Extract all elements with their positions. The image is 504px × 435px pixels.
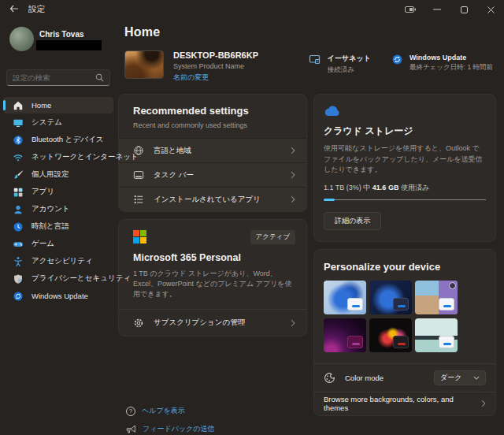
ethernet-substatus: 接続済み — [328, 65, 371, 75]
rename-device-link[interactable]: 名前の変更 — [173, 72, 258, 83]
setting-row-language-region[interactable]: 言語と地域 — [119, 138, 306, 162]
sidebar-item-privacy-security[interactable]: プライバシーとセキュリティ — [3, 270, 113, 287]
back-button[interactable] — [8, 4, 20, 15]
ethernet-status[interactable]: イーサネット 接続済み — [309, 54, 371, 75]
maximize-icon — [461, 6, 468, 13]
theme-badge-icon — [449, 282, 456, 289]
page-title: Home — [124, 25, 496, 39]
sidebar-item-label: ネットワークとインターネット — [32, 152, 139, 162]
get-help-link[interactable]: ? ヘルプを表示 — [126, 406, 307, 416]
color-mode-icon — [324, 372, 335, 384]
system-icon — [12, 117, 24, 128]
gear-icon — [133, 318, 144, 329]
get-help-label: ヘルプを表示 — [142, 406, 185, 416]
manage-subscription-row[interactable]: サブスクリプションの管理 — [119, 309, 306, 336]
setting-row-label: 言語と地域 — [154, 146, 281, 156]
home-icon — [12, 99, 24, 111]
minimize-button[interactable] — [424, 0, 450, 19]
gaming-icon — [12, 238, 24, 250]
chevron-right-icon — [481, 400, 486, 407]
footer-links: ? ヘルプを表示 フィードバックの送信 — [126, 406, 307, 434]
sidebar: Chris Tovas Home システム Bluetooth とデバ — [0, 19, 117, 435]
windows-update-substatus: 最終チェック日時: 1 時間前 — [410, 63, 493, 72]
cloud-storage-title: クラウド ストレージ — [324, 125, 486, 138]
setting-row-label: タスク バー — [154, 170, 281, 180]
bluetooth-icon — [12, 134, 24, 146]
color-mode-label: Color mode — [345, 374, 424, 382]
setting-row-label: インストールされているアプリ — [154, 195, 281, 205]
send-feedback-label: フィードバックの送信 — [143, 424, 214, 434]
recommended-settings-card: Recommended settings Recent and commonly… — [118, 94, 307, 212]
cloud-icon — [324, 104, 341, 117]
theme-thumbnail-bloom-dark[interactable] — [369, 281, 412, 314]
m365-title: Microsoft 365 Personal — [119, 244, 306, 263]
privacy-shield-icon — [12, 273, 24, 284]
browse-themes-row[interactable]: Browse more backgrounds, colors, and the… — [314, 392, 495, 415]
sidebar-item-label: Bluetooth とデバイス — [32, 135, 103, 145]
maximize-button[interactable] — [450, 0, 477, 19]
main-content: Home DESKTOP-BB6R6KP System Product Name… — [117, 19, 504, 435]
theme-thumbnail-bloom-light[interactable] — [324, 281, 366, 314]
sidebar-item-label: 個人用設定 — [32, 169, 69, 180]
device-card: DESKTOP-BB6R6KP System Product Name 名前の変… — [124, 50, 258, 83]
sidebar-item-label: Home — [32, 101, 51, 110]
apps-icon — [12, 186, 24, 198]
help-icon: ? — [126, 407, 135, 416]
recommended-subtitle: Recent and commonly used settings — [133, 121, 292, 129]
theme-thumbnail-photo[interactable] — [415, 281, 458, 314]
taskbar-icon — [133, 169, 144, 180]
theme-thumbnail-landscape-light[interactable] — [415, 318, 458, 352]
color-mode-value: ダーク — [440, 373, 469, 383]
close-icon — [487, 6, 495, 13]
theme-thumbnail-glow-purple[interactable] — [324, 318, 366, 352]
sidebar-item-accessibility[interactable]: アクセシビリティ — [3, 253, 113, 270]
sidebar-item-windows-update[interactable]: Windows Update — [3, 288, 113, 304]
search-input[interactable] — [13, 73, 95, 82]
windows-update-icon — [391, 54, 403, 65]
user-profile[interactable]: Chris Tovas — [6, 27, 112, 58]
sidebar-item-label: アカウント — [32, 204, 70, 214]
setting-row-installed-apps[interactable]: インストールされているアプリ — [119, 187, 306, 211]
device-header: DESKTOP-BB6R6KP System Product Name 名前の変… — [124, 50, 496, 83]
sidebar-item-time-language[interactable]: 時刻と言語 — [3, 218, 113, 235]
avatar — [9, 27, 34, 51]
m365-description: 1 TB のクラウド ストレージがあり、Word、Excel、PowerPoin… — [119, 263, 306, 309]
settings-window: 設定 Chris Tovas — [0, 0, 504, 435]
sidebar-item-apps[interactable]: アプリ — [3, 184, 113, 200]
sidebar-item-personalization[interactable]: 個人用設定 — [3, 166, 113, 183]
setting-row-taskbar[interactable]: タスク バー — [119, 162, 306, 187]
cloud-storage-card: クラウド ストレージ 使用可能なストレージを使用すると、Outlook でファイ… — [313, 94, 496, 242]
sidebar-item-label: プライバシーとセキュリティ — [32, 273, 131, 284]
send-feedback-link[interactable]: フィードバックの送信 — [126, 424, 307, 434]
manage-subscription-label: サブスクリプションの管理 — [154, 318, 281, 328]
feedback-megaphone-icon — [126, 425, 136, 434]
chevron-right-icon — [291, 171, 295, 179]
theme-thumbnails — [314, 273, 495, 363]
accessibility-icon — [12, 255, 24, 267]
titlebar: 設定 — [0, 0, 504, 19]
sidebar-item-network-internet[interactable]: ネットワークとインターネット — [3, 149, 113, 165]
sidebar-item-accounts[interactable]: アカウント — [3, 201, 113, 217]
back-arrow-icon — [9, 5, 19, 13]
sidebar-item-system[interactable]: システム — [3, 114, 113, 131]
settings-search[interactable] — [6, 69, 110, 86]
sidebar-nav: Home システム Bluetooth とデバイス ネットワークとインターネット… — [0, 94, 117, 304]
theme-thumbnail-abstract-dark[interactable] — [369, 318, 412, 352]
personalize-card: Personalize your device Color mode — [313, 249, 496, 416]
sidebar-item-bluetooth-devices[interactable]: Bluetooth とデバイス — [3, 132, 113, 148]
chevron-down-icon — [473, 376, 480, 380]
ethernet-title: イーサネット — [328, 54, 371, 64]
sidebar-item-home[interactable]: Home — [3, 97, 113, 113]
color-mode-dropdown[interactable]: ダーク — [434, 370, 486, 385]
subscription-status-badge: アクティブ — [250, 230, 296, 244]
sidebar-item-label: Windows Update — [32, 292, 88, 300]
recommended-title: Recommended settings — [133, 105, 292, 117]
view-details-button[interactable]: 詳細の表示 — [324, 212, 381, 230]
sidebar-item-label: アプリ — [32, 187, 54, 197]
ethernet-icon — [309, 54, 321, 66]
sidebar-item-gaming[interactable]: ゲーム — [3, 236, 113, 252]
close-button[interactable] — [477, 0, 504, 19]
microsoft-logo — [133, 230, 146, 244]
minimize-icon — [433, 9, 441, 10]
windows-update-status[interactable]: Windows Update 最終チェック日時: 1 時間前 — [391, 54, 493, 75]
